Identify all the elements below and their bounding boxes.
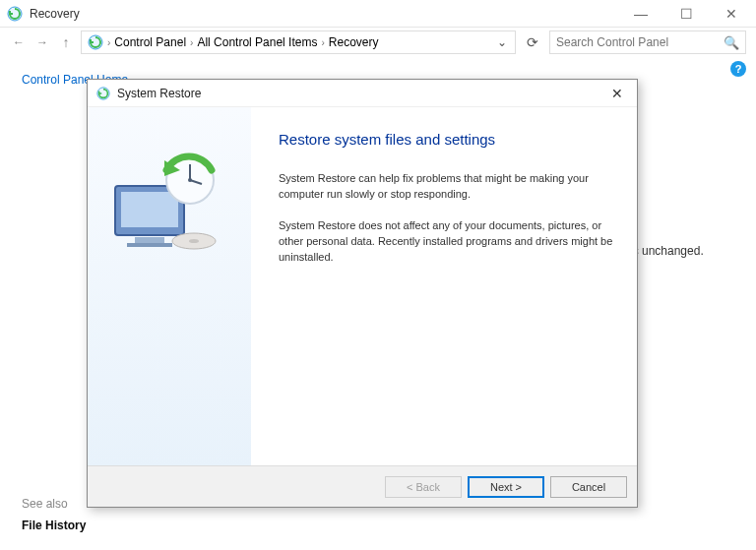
breadcrumb-item[interactable]: Recovery: [329, 35, 379, 49]
search-icon[interactable]: 🔍: [724, 35, 739, 50]
dialog-footer: < Back Next > Cancel: [88, 465, 637, 507]
close-button[interactable]: ✕: [717, 6, 746, 22]
system-restore-graphic-icon: [105, 147, 233, 255]
see-also-label: See also: [22, 497, 86, 511]
maximize-button[interactable]: ☐: [671, 6, 701, 22]
up-button[interactable]: ↑: [57, 33, 75, 51]
svg-rect-5: [135, 237, 164, 243]
see-also-section: See also File History: [22, 497, 86, 532]
dialog-close-button[interactable]: ✕: [605, 86, 629, 101]
dialog-heading: Restore system files and settings: [279, 131, 613, 148]
dialog-titlebar: System Restore ✕: [88, 80, 637, 107]
back-button[interactable]: ←: [10, 33, 28, 51]
system-restore-dialog: System Restore ✕: [87, 79, 638, 508]
next-button[interactable]: Next >: [468, 476, 544, 498]
back-button: < Back: [385, 476, 462, 498]
chevron-right-icon: ›: [107, 37, 110, 48]
dialog-paragraph-1: System Restore can help fix problems tha…: [279, 171, 613, 203]
breadcrumb[interactable]: › Control Panel › All Control Panel Item…: [81, 31, 516, 54]
minimize-button[interactable]: —: [626, 6, 656, 22]
chevron-right-icon: ›: [321, 37, 324, 48]
search-box[interactable]: 🔍: [549, 31, 746, 54]
breadcrumb-item[interactable]: Control Panel: [114, 35, 186, 49]
forward-button[interactable]: →: [33, 33, 51, 51]
recovery-icon: [88, 34, 103, 50]
recovery-icon: [6, 5, 24, 23]
background-text-fragment: ic unchanged.: [630, 244, 704, 258]
navigation-bar: ← → ↑ › Control Panel › All Control Pane…: [0, 28, 756, 57]
breadcrumb-dropdown[interactable]: ⌄: [495, 35, 509, 49]
dialog-sidebar-graphic: [88, 107, 251, 465]
dialog-body: Restore system files and settings System…: [251, 107, 637, 465]
window-titlebar: Recovery — ☐ ✕: [0, 0, 756, 28]
window-title: Recovery: [30, 7, 626, 21]
svg-rect-4: [121, 192, 178, 227]
dialog-title: System Restore: [117, 87, 605, 100]
dialog-paragraph-2: System Restore does not affect any of yo…: [279, 218, 613, 266]
breadcrumb-item[interactable]: All Control Panel Items: [197, 35, 317, 49]
search-input[interactable]: [556, 35, 724, 49]
refresh-button[interactable]: ⟳: [522, 34, 543, 50]
chevron-right-icon: ›: [190, 37, 193, 48]
help-icon[interactable]: ?: [730, 61, 746, 77]
file-history-link[interactable]: File History: [22, 519, 86, 532]
svg-point-8: [189, 239, 199, 243]
svg-rect-6: [127, 243, 172, 247]
system-restore-icon: [95, 86, 111, 101]
cancel-button[interactable]: Cancel: [550, 476, 627, 498]
